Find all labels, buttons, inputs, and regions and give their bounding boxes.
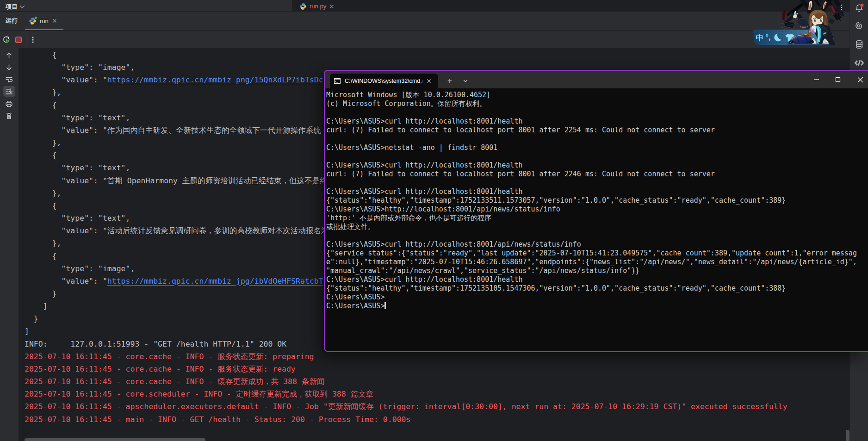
editor-tab-label: run.py	[310, 3, 326, 10]
terminal-line: C:\Users\ASUS>curl http://localhost:8001…	[326, 275, 864, 284]
console-text-segment: "type": "image",	[25, 63, 135, 72]
terminal-line	[326, 135, 864, 143]
console-gutter-toolbar	[0, 48, 19, 441]
console-text-segment: "type": "image",	[25, 264, 135, 273]
close-icon[interactable]	[329, 4, 335, 9]
minimize-icon	[814, 77, 819, 82]
terminal-line: C:\Users\ASUS>curl http://localhost:8001…	[326, 117, 864, 126]
terminal-line: curl: (7) Failed to connect to localhost…	[326, 126, 864, 135]
window-options-kebab-icon[interactable]	[838, 4, 845, 11]
soft-wrap-icon[interactable]	[5, 75, 13, 83]
console-line: 2025-07-10 16:11:45 - core.cache - INFO …	[25, 363, 787, 375]
terminal-line: {"service_status":{"status":"ready","las…	[326, 249, 864, 258]
console-text-segment: 2025-07-10 16:11:45 - core.cache - INFO …	[25, 377, 324, 386]
console-link[interactable]: https://mmbiz.qpic.cn/mmbiz_jpg/ibVdQeHF…	[107, 277, 323, 286]
chevron-down-icon	[463, 78, 468, 84]
maximize-icon	[835, 77, 841, 82]
terminal-line: C:\Users\ASUS>	[326, 293, 864, 302]
horizontal-scrollbar-thumb[interactable]	[25, 438, 205, 441]
python-icon	[299, 3, 307, 10]
ai-assistant-spiral-icon[interactable]	[855, 21, 864, 31]
close-window-button[interactable]	[849, 71, 868, 88]
console-text-segment: "value": "活动后统计反馈意见调研问卷，参训的高校教师对本次活动报名筹	[25, 226, 329, 235]
terminal-line: e":null},"timestamp":"2025-07-10T15:46:2…	[326, 258, 864, 267]
terminal-line: Microsoft Windows [版本 10.0.26100.4652]	[326, 91, 864, 99]
console-text-segment: "value": "作为国内自主研发、全新技术生态的全领域下一代开源操作系统，	[25, 126, 329, 135]
console-line: 2025-07-10 16:11:45 - core.cache - INFO …	[25, 375, 787, 388]
run-config-tab[interactable]: run	[29, 14, 57, 28]
console-text-segment: },	[25, 189, 61, 198]
console-text-segment: "type": "text",	[25, 214, 130, 223]
database-icon[interactable]	[855, 40, 864, 49]
notifications-bell-icon[interactable]	[854, 3, 864, 13]
terminal-line	[326, 179, 864, 187]
cmd-prompt-icon	[334, 77, 341, 85]
console-text-segment: },	[25, 88, 61, 97]
terminal-line	[326, 231, 864, 240]
terminal-line: C:\Users\ASUS>netstat -ano | findstr 800…	[326, 143, 864, 152]
console-text-segment: ]	[25, 327, 29, 335]
console-text-segment: {	[25, 252, 57, 261]
maximize-button[interactable]	[827, 71, 849, 88]
rerun-icon[interactable]	[2, 36, 11, 44]
console-text-segment: 2025-07-10 16:11:45 - core.cache - INFO …	[25, 365, 296, 373]
console-text-segment: ]	[25, 302, 48, 311]
console-text-segment: }	[25, 314, 38, 323]
console-text-segment: 2025-07-10 16:11:45 - main - INFO - GET …	[25, 415, 410, 424]
terminal-titlebar[interactable]: C:\WINDOWS\system32\cmd.e +	[325, 71, 868, 88]
terminal-tab[interactable]: C:\WINDOWS\system32\cmd.e	[330, 74, 438, 88]
anime-character	[787, 0, 835, 45]
stop-icon[interactable]	[14, 36, 23, 44]
terminal-line: 'http:' 不是内部或外部命令，也不是可运行的程序	[326, 214, 864, 223]
terminal-line: C:\Users\ASUS>curl http://localhost:8001…	[326, 187, 864, 196]
project-header: 项目	[0, 0, 292, 12]
run-toolwindow-title[interactable]: 运行	[6, 17, 18, 25]
console-text-segment: {	[25, 50, 57, 59]
console-text-segment: }	[25, 289, 57, 298]
close-icon[interactable]	[52, 18, 57, 24]
editor-tab-runpy[interactable]: run.py	[299, 0, 335, 12]
console-text-segment: },	[25, 138, 61, 147]
terminal-window: C:\WINDOWS\system32\cmd.e + Microsoft Wi…	[324, 70, 868, 352]
tab-dropdown-button[interactable]	[459, 75, 472, 87]
more-options-kebab-icon[interactable]	[30, 36, 36, 44]
close-window-icon	[857, 77, 863, 83]
ime-mode-chinese-icon[interactable]: 中	[756, 33, 764, 42]
terminal-tab-title: C:\WINDOWS\system32\cmd.e	[345, 78, 422, 84]
console-line: 2025-07-10 16:11:45 - core.scheduler - I…	[25, 388, 787, 400]
terminal-line: C:\Users\ASUS>curl http://localhost:8001…	[326, 240, 864, 249]
close-tab-icon[interactable]	[426, 78, 432, 84]
console-text-segment: "value": "首期 OpenHarmony 主题的师资培训活动已经结束，但…	[25, 176, 327, 185]
running-indicator-dot	[34, 16, 37, 19]
print-icon[interactable]	[5, 100, 13, 108]
scroll-to-end-icon[interactable]	[5, 87, 13, 95]
down-arrow-icon[interactable]	[5, 63, 13, 71]
screen: 项目 run.py 运行 run	[0, 0, 868, 441]
terminal-line	[326, 108, 864, 117]
console-text-segment: "value": "	[25, 277, 107, 286]
vertical-scrollbar-thumb[interactable]	[846, 430, 849, 441]
console-text-segment: "type": "text",	[25, 113, 130, 122]
ime-toolbar-skin: 中 °,	[715, 0, 849, 46]
console-text-segment: 2025-07-10 16:11:45 - core.scheduler - I…	[25, 390, 373, 398]
terminal-output[interactable]: Microsoft Windows [版本 10.0.26100.4652](c…	[325, 88, 864, 350]
tab-separator	[456, 76, 456, 86]
minimize-button[interactable]	[806, 71, 827, 88]
chevron-down-icon	[19, 5, 25, 9]
new-tab-button[interactable]: +	[443, 75, 457, 87]
project-widget[interactable]: 项目	[6, 3, 18, 11]
console-text-segment: },	[25, 239, 61, 248]
terminal-line: C:\Users\ASUS>curl http://localhost:8001…	[326, 161, 864, 170]
console-text-segment: 2025-07-10 16:11:45 - core.cache - INFO …	[25, 352, 314, 361]
console-link[interactable]: https://mmbiz.qpic.cn/mmbiz_png/15QnXdLP…	[107, 75, 323, 84]
ime-punctuation-icon[interactable]: °,	[766, 33, 771, 41]
terminal-line: {"status":"healthy","timestamp":17521351…	[326, 284, 864, 293]
up-arrow-icon[interactable]	[5, 51, 13, 59]
trash-icon[interactable]	[5, 112, 13, 120]
code-tags-icon[interactable]	[854, 58, 864, 68]
run-tab-label: run	[40, 18, 49, 25]
terminal-line: curl: (7) Failed to connect to localhost…	[326, 170, 864, 179]
terminal-line: C:\Users\ASUS>	[326, 302, 864, 311]
terminal-line: "manual_crawl":"/api/news/crawl","servic…	[326, 267, 864, 275]
terminal-line: 或批处理文件。	[326, 223, 864, 231]
